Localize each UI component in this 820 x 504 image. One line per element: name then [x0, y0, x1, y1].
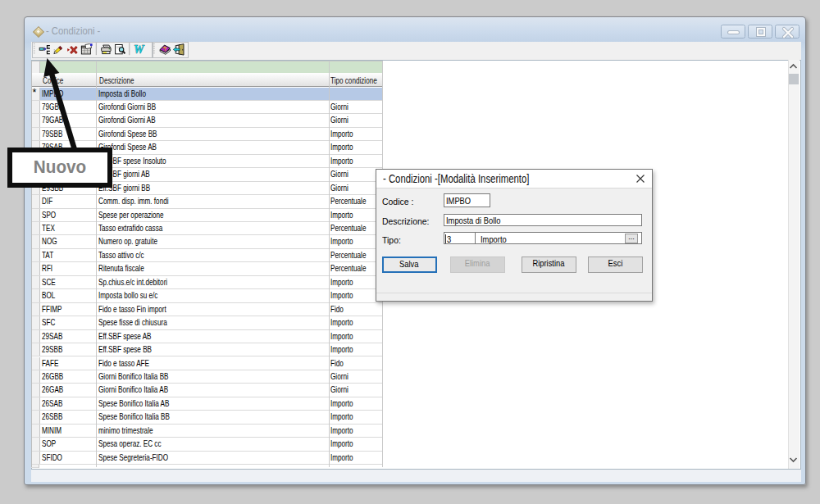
svg-text:W: W — [133, 43, 144, 56]
